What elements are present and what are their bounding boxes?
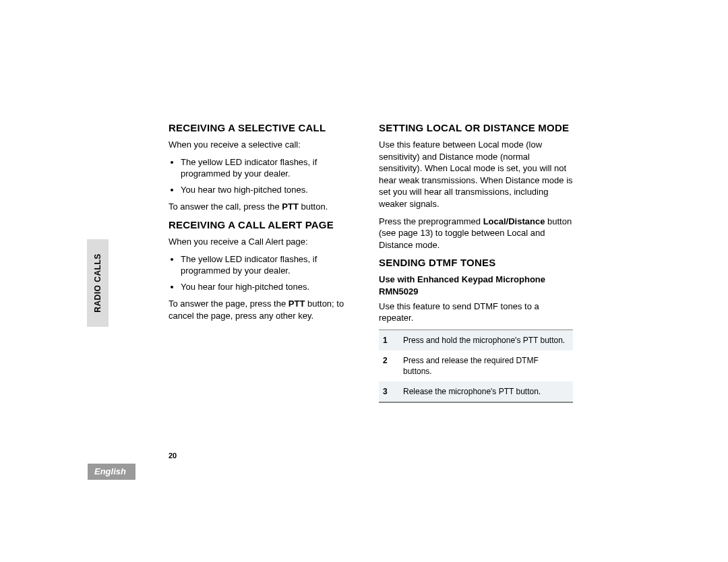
list-item: The yellow LED indicator flashes, if pro… xyxy=(181,156,363,180)
content-columns: RECEIVING A SELECTIVE CALL When you rece… xyxy=(169,121,573,403)
section-tab-label: RADIO CALLS xyxy=(93,253,102,313)
page-footer: 20 English xyxy=(88,451,573,480)
heading-local-distance: SETTING LOCAL OR DISTANCE MODE xyxy=(379,121,573,135)
heading-call-alert: RECEIVING A CALL ALERT PAGE xyxy=(169,218,363,232)
local-distance-instruction: Press the preprogrammed Local/Distance b… xyxy=(379,216,573,251)
local-distance-desc: Use this feature between Local mode (low… xyxy=(379,139,573,210)
list-item: You hear two high-pitched tones. xyxy=(181,184,363,196)
manual-page: RADIO CALLS RECEIVING A SELECTIVE CALL W… xyxy=(88,121,573,403)
heading-selective-call: RECEIVING A SELECTIVE CALL xyxy=(169,121,363,135)
step-text: Release the microphone's PTT button. xyxy=(399,381,573,402)
alert-instruction: To answer the page, press the PTT button… xyxy=(169,298,363,321)
dtmf-steps-table: 1 Press and hold the microphone's PTT bu… xyxy=(379,330,573,404)
dtmf-subhead: Use with Enhanced Keypad Microphone RMN5… xyxy=(379,274,573,297)
language-badge: English xyxy=(88,464,135,480)
list-item: You hear four high-pitched tones. xyxy=(181,281,363,293)
step-text: Press and release the required DTMF butt… xyxy=(399,350,573,381)
section-tab: RADIO CALLS xyxy=(87,239,109,327)
list-alert: The yellow LED indicator flashes, if pro… xyxy=(169,253,363,293)
step-number: 1 xyxy=(379,330,399,350)
dtmf-desc: Use this feature to send DTMF tones to a… xyxy=(379,301,573,324)
step-number: 3 xyxy=(379,381,399,402)
list-item: The yellow LED indicator flashes, if pro… xyxy=(181,253,363,277)
heading-dtmf: SENDING DTMF TONES xyxy=(379,256,573,270)
intro-selective: When you receive a selective call: xyxy=(169,139,363,151)
table-row: 1 Press and hold the microphone's PTT bu… xyxy=(379,330,573,350)
intro-alert: When you receive a Call Alert page: xyxy=(169,236,363,248)
table-row: 2 Press and release the required DTMF bu… xyxy=(379,350,573,381)
page-number: 20 xyxy=(169,451,573,460)
table-row: 3 Release the microphone's PTT button. xyxy=(379,381,573,402)
step-number: 2 xyxy=(379,350,399,381)
left-column: RECEIVING A SELECTIVE CALL When you rece… xyxy=(169,121,363,403)
list-selective: The yellow LED indicator flashes, if pro… xyxy=(169,156,363,196)
step-text: Press and hold the microphone's PTT butt… xyxy=(399,330,573,350)
right-column: SETTING LOCAL OR DISTANCE MODE Use this … xyxy=(379,121,573,403)
answer-instruction: To answer the call, press the PTT button… xyxy=(169,201,363,213)
